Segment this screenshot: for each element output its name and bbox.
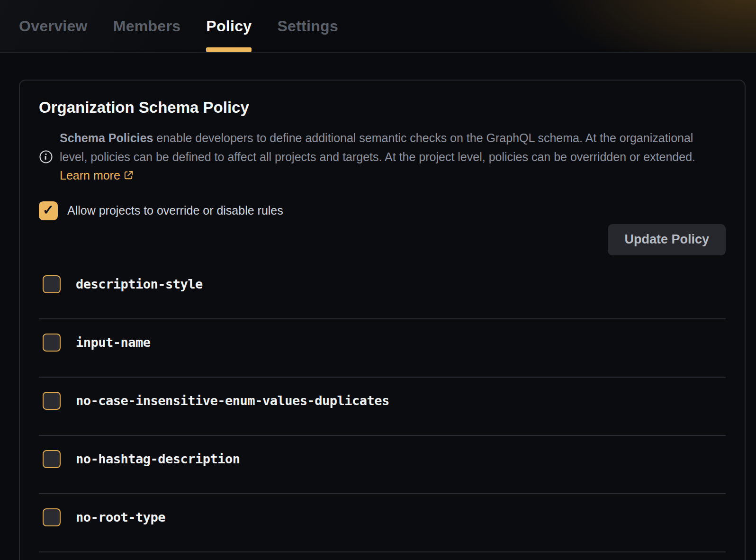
rule-checkbox[interactable] xyxy=(43,450,61,468)
button-row: Update Policy xyxy=(39,224,726,255)
rule-checkbox[interactable] xyxy=(43,392,61,410)
rule-name: input-name xyxy=(76,335,151,350)
rules-list: description-style input-name no-case-ins… xyxy=(39,261,726,552)
allow-override-checkbox[interactable]: ✓ xyxy=(39,201,58,220)
check-icon: ✓ xyxy=(43,203,54,217)
description-lead: Schema Policies xyxy=(60,131,153,145)
tab-settings[interactable]: Settings xyxy=(277,0,338,52)
tab-overview-label: Overview xyxy=(19,18,88,35)
tab-policy[interactable]: Policy xyxy=(206,0,252,52)
rule-row-input-name[interactable]: input-name xyxy=(39,319,726,378)
rule-name: no-hashtag-description xyxy=(76,452,240,466)
update-policy-button[interactable]: Update Policy xyxy=(608,224,726,255)
schema-policy-card: Organization Schema Policy Schema Polici… xyxy=(19,80,746,560)
tab-settings-label: Settings xyxy=(277,18,338,35)
rule-name: no-root-type xyxy=(76,510,165,524)
rule-row-no-root-type[interactable]: no-root-type xyxy=(39,494,726,552)
org-tab-bar: Overview Members Policy Settings xyxy=(0,0,756,53)
learn-more-link[interactable]: Learn more xyxy=(60,169,134,182)
organization-policy-page: Overview Members Policy Settings Organiz… xyxy=(0,0,756,560)
learn-more-label: Learn more xyxy=(60,169,120,182)
policy-description-text: Schema Policies enable developers to def… xyxy=(60,129,709,185)
page-title: Organization Schema Policy xyxy=(39,99,726,117)
info-icon xyxy=(39,150,53,164)
tab-members[interactable]: Members xyxy=(113,0,181,52)
rule-checkbox[interactable] xyxy=(43,334,61,352)
rule-name: description-style xyxy=(76,277,203,291)
allow-override-row: ✓ Allow projects to override or disable … xyxy=(39,201,726,220)
tab-overview[interactable]: Overview xyxy=(19,0,88,52)
allow-override-label: Allow projects to override or disable ru… xyxy=(67,204,283,217)
external-link-icon xyxy=(123,170,134,181)
rule-row-description-style[interactable]: description-style xyxy=(39,261,726,319)
rule-row-no-case-insensitive-enum-values-duplicates[interactable]: no-case-insensitive-enum-values-duplicat… xyxy=(39,378,726,436)
active-tab-indicator xyxy=(206,47,252,52)
rule-row-no-hashtag-description[interactable]: no-hashtag-description xyxy=(39,436,726,494)
rule-checkbox[interactable] xyxy=(43,275,61,293)
rule-checkbox[interactable] xyxy=(43,508,61,526)
policy-description: Schema Policies enable developers to def… xyxy=(39,129,726,185)
description-body: enable developers to define additional s… xyxy=(60,131,695,163)
tab-members-label: Members xyxy=(113,18,181,35)
rule-name: no-case-insensitive-enum-values-duplicat… xyxy=(76,393,389,408)
tab-policy-label: Policy xyxy=(206,18,252,35)
